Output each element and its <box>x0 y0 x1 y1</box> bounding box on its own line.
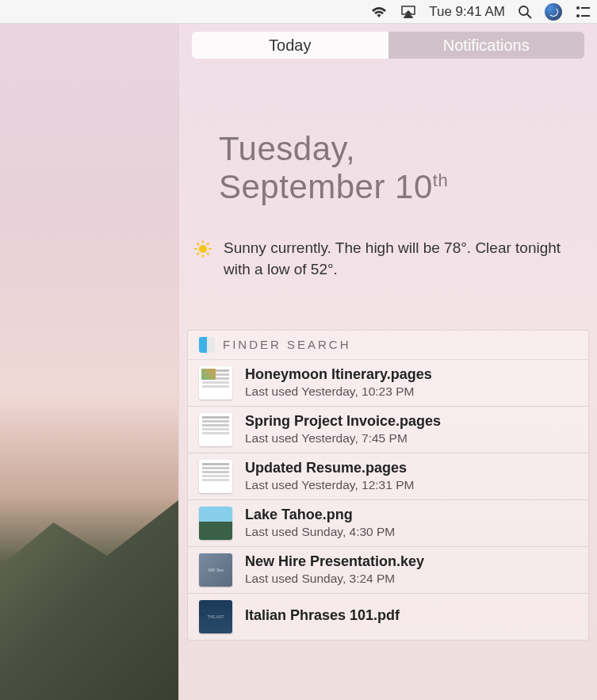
file-last-used: Last used Sunday, 3:24 PM <box>245 572 577 586</box>
finder-widget-header[interactable]: FINDER SEARCH <box>188 331 588 360</box>
finder-results-list: Honeymoon Itinerary.pagesLast used Yeste… <box>188 360 588 640</box>
file-name: Italian Phrases 101.pdf <box>245 607 577 624</box>
file-last-used: Last used Yesterday, 10:23 PM <box>245 384 577 399</box>
siri-icon[interactable] <box>545 3 562 21</box>
svg-rect-5 <box>581 15 590 17</box>
finder-search-widget: FINDER SEARCH Honeymoon Itinerary.pagesL… <box>187 330 589 641</box>
menubar-clock[interactable]: Tue 9:41 AM <box>429 4 505 20</box>
file-name: New Hire Presentation.key <box>245 553 577 570</box>
finder-result-row[interactable]: Lake Tahoe.pngLast used Sunday, 4:30 PM <box>188 500 588 547</box>
finder-widget-title: FINDER SEARCH <box>223 338 351 351</box>
svg-point-6 <box>199 245 207 253</box>
file-name: Spring Project Invoice.pages <box>245 413 577 430</box>
date-weekday: Tuesday, <box>219 130 597 168</box>
file-name: Updated Resume.pages <box>245 460 577 476</box>
date-month-day: September 10th <box>219 168 597 206</box>
file-name: Honeymoon Itinerary.pages <box>245 366 577 383</box>
finder-result-row[interactable]: THE ARTItalian Phrases 101.pdf <box>188 594 588 640</box>
notification-center-icon[interactable] <box>575 6 591 18</box>
svg-point-2 <box>576 6 580 10</box>
system-menubar: Tue 9:41 AM <box>0 0 597 24</box>
file-info: Honeymoon Itinerary.pagesLast used Yeste… <box>245 366 577 399</box>
finder-result-row[interactable]: WW SeaNew Hire Presentation.keyLast used… <box>188 547 588 594</box>
file-thumbnail <box>199 507 232 540</box>
finder-result-row[interactable]: Honeymoon Itinerary.pagesLast used Yeste… <box>188 360 588 407</box>
file-info: Italian Phrases 101.pdf <box>245 607 577 625</box>
file-thumbnail <box>199 460 232 493</box>
file-name: Lake Tahoe.png <box>245 507 577 523</box>
notification-center-panel: Today Notifications Tuesday, September 1… <box>178 24 597 700</box>
weather-widget[interactable]: Sunny currently. The high will be 78°. C… <box>193 237 573 281</box>
file-thumbnail: THE ART <box>199 600 232 633</box>
svg-line-12 <box>208 253 209 254</box>
sun-icon <box>193 239 212 258</box>
svg-line-13 <box>197 253 199 254</box>
finder-result-row[interactable]: Spring Project Invoice.pagesLast used Ye… <box>188 407 588 453</box>
weather-summary: Sunny currently. The high will be 78°. C… <box>224 237 573 281</box>
finder-result-row[interactable]: Updated Resume.pagesLast used Yesterday,… <box>188 453 588 500</box>
tab-today[interactable]: Today <box>192 32 388 59</box>
file-last-used: Last used Yesterday, 7:45 PM <box>245 431 577 446</box>
file-thumbnail <box>199 366 232 400</box>
file-info: New Hire Presentation.keyLast used Sunda… <box>245 553 577 586</box>
spotlight-icon[interactable] <box>518 5 532 19</box>
file-info: Spring Project Invoice.pagesLast used Ye… <box>245 413 577 446</box>
svg-line-1 <box>527 14 531 18</box>
wifi-icon[interactable] <box>370 6 388 18</box>
finder-icon <box>199 337 215 353</box>
svg-line-11 <box>197 243 199 245</box>
desktop-wallpaper <box>0 24 178 700</box>
today-date-header: Tuesday, September 10th <box>219 130 597 207</box>
file-last-used: Last used Yesterday, 12:31 PM <box>245 478 577 492</box>
tab-notifications[interactable]: Notifications <box>388 32 585 59</box>
file-last-used: Last used Sunday, 4:30 PM <box>245 525 577 539</box>
file-info: Updated Resume.pagesLast used Yesterday,… <box>245 460 577 492</box>
svg-point-0 <box>519 6 528 15</box>
file-thumbnail: WW Sea <box>199 553 232 587</box>
svg-point-4 <box>576 14 580 17</box>
svg-rect-3 <box>581 7 590 9</box>
view-segmented-control: Today Notifications <box>192 32 584 59</box>
file-info: Lake Tahoe.pngLast used Sunday, 4:30 PM <box>245 507 577 539</box>
file-thumbnail <box>199 413 232 446</box>
svg-line-14 <box>208 243 209 245</box>
airplay-icon[interactable] <box>400 5 416 19</box>
